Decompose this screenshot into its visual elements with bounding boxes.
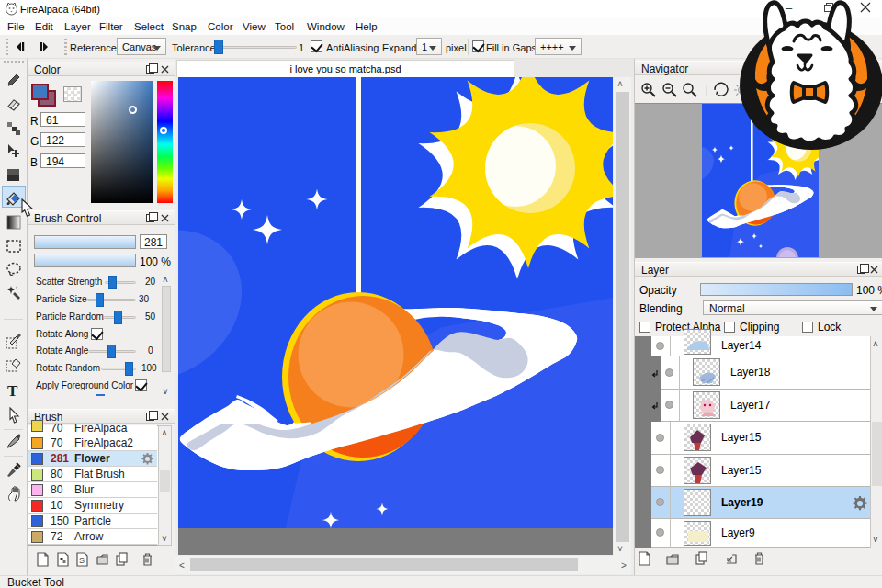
svg-text:S: S <box>79 556 85 565</box>
